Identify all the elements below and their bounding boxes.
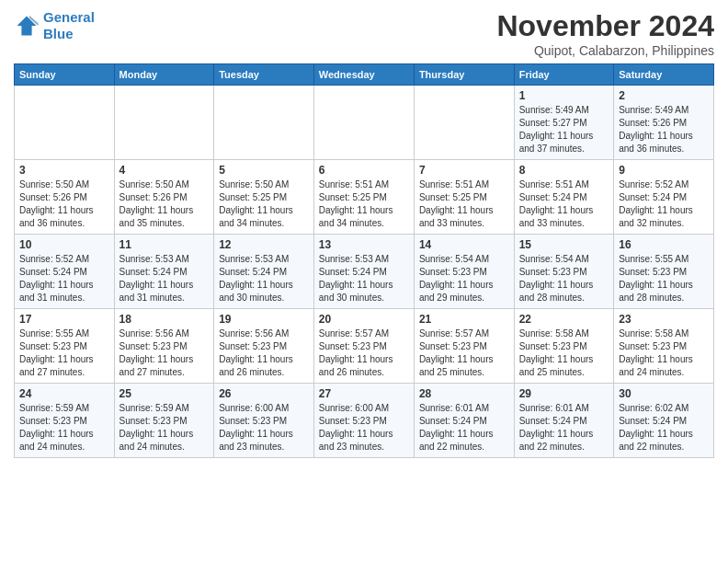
day-info: Sunrise: 5:52 AM Sunset: 5:24 PM Dayligh… (19, 253, 109, 304)
weekday-header-cell: Wednesday (313, 64, 414, 86)
day-info: Sunrise: 5:54 AM Sunset: 5:23 PM Dayligh… (519, 253, 609, 304)
calendar-day-cell: 15Sunrise: 5:54 AM Sunset: 5:23 PM Dayli… (514, 235, 614, 309)
day-info: Sunrise: 5:55 AM Sunset: 5:23 PM Dayligh… (19, 327, 109, 379)
calendar-day-cell (214, 86, 314, 160)
calendar-day-cell (114, 86, 214, 160)
day-number: 12 (219, 238, 309, 251)
calendar-day-cell: 24Sunrise: 5:59 AM Sunset: 5:23 PM Dayli… (15, 384, 115, 458)
day-number: 4 (119, 164, 210, 177)
day-info: Sunrise: 5:51 AM Sunset: 5:25 PM Dayligh… (419, 178, 509, 230)
day-number: 28 (419, 387, 509, 400)
day-number: 20 (319, 313, 409, 326)
calendar-day-cell (414, 86, 514, 160)
calendar-day-cell: 13Sunrise: 5:53 AM Sunset: 5:24 PM Dayli… (313, 235, 414, 309)
day-info: Sunrise: 5:59 AM Sunset: 5:23 PM Dayligh… (19, 402, 109, 454)
weekday-header-cell: Saturday (614, 64, 714, 86)
day-number: 11 (119, 238, 210, 251)
calendar-week-row: 10Sunrise: 5:52 AM Sunset: 5:24 PM Dayli… (15, 235, 714, 309)
day-number: 16 (619, 238, 709, 251)
day-number: 14 (419, 238, 509, 251)
day-number: 24 (19, 387, 109, 400)
day-number: 21 (419, 313, 509, 326)
day-info: Sunrise: 6:02 AM Sunset: 5:24 PM Dayligh… (619, 402, 709, 454)
calendar-day-cell: 5Sunrise: 5:50 AM Sunset: 5:25 PM Daylig… (214, 160, 314, 235)
day-info: Sunrise: 6:01 AM Sunset: 5:24 PM Dayligh… (419, 402, 509, 454)
calendar-day-cell: 30Sunrise: 6:02 AM Sunset: 5:24 PM Dayli… (614, 384, 714, 458)
day-number: 22 (519, 313, 609, 326)
calendar-day-cell: 21Sunrise: 5:57 AM Sunset: 5:23 PM Dayli… (414, 309, 514, 384)
day-info: Sunrise: 5:51 AM Sunset: 5:25 PM Dayligh… (319, 178, 409, 230)
calendar-week-row: 17Sunrise: 5:55 AM Sunset: 5:23 PM Dayli… (15, 309, 714, 384)
day-number: 1 (519, 89, 609, 102)
calendar-day-cell: 22Sunrise: 5:58 AM Sunset: 5:23 PM Dayli… (514, 309, 614, 384)
calendar-day-cell: 25Sunrise: 5:59 AM Sunset: 5:23 PM Dayli… (114, 384, 214, 458)
day-number: 3 (19, 164, 109, 177)
calendar-header: SundayMondayTuesdayWednesdayThursdayFrid… (15, 64, 714, 86)
calendar-day-cell: 1Sunrise: 5:49 AM Sunset: 5:27 PM Daylig… (514, 86, 614, 160)
calendar-day-cell: 9Sunrise: 5:52 AM Sunset: 5:24 PM Daylig… (614, 160, 714, 235)
day-number: 8 (519, 164, 609, 177)
day-info: Sunrise: 5:49 AM Sunset: 5:27 PM Dayligh… (519, 104, 609, 155)
calendar-day-cell: 12Sunrise: 5:53 AM Sunset: 5:24 PM Dayli… (214, 235, 314, 309)
day-number: 30 (619, 387, 709, 400)
calendar-day-cell: 17Sunrise: 5:55 AM Sunset: 5:23 PM Dayli… (15, 309, 115, 384)
calendar-day-cell: 8Sunrise: 5:51 AM Sunset: 5:24 PM Daylig… (514, 160, 614, 235)
day-info: Sunrise: 5:56 AM Sunset: 5:23 PM Dayligh… (219, 327, 309, 379)
day-number: 18 (119, 313, 210, 326)
calendar-day-cell: 18Sunrise: 5:56 AM Sunset: 5:23 PM Dayli… (114, 309, 214, 384)
calendar-body: 1Sunrise: 5:49 AM Sunset: 5:27 PM Daylig… (15, 86, 714, 458)
calendar-week-row: 3Sunrise: 5:50 AM Sunset: 5:26 PM Daylig… (15, 160, 714, 235)
logo: General Blue (14, 9, 95, 42)
page: General Blue November 2024 Quipot, Calab… (0, 0, 728, 467)
day-info: Sunrise: 5:51 AM Sunset: 5:24 PM Dayligh… (519, 178, 609, 230)
day-info: Sunrise: 6:01 AM Sunset: 5:24 PM Dayligh… (519, 402, 609, 454)
location-subtitle: Quipot, Calabarzon, Philippines (496, 43, 714, 58)
calendar-day-cell: 23Sunrise: 5:58 AM Sunset: 5:23 PM Dayli… (614, 309, 714, 384)
day-number: 29 (519, 387, 609, 400)
day-info: Sunrise: 5:56 AM Sunset: 5:23 PM Dayligh… (119, 327, 210, 379)
day-number: 5 (219, 164, 309, 177)
day-number: 19 (219, 313, 309, 326)
day-info: Sunrise: 5:57 AM Sunset: 5:23 PM Dayligh… (319, 327, 409, 379)
day-number: 10 (19, 238, 109, 251)
weekday-header-cell: Tuesday (214, 64, 314, 86)
day-info: Sunrise: 5:58 AM Sunset: 5:23 PM Dayligh… (619, 327, 709, 379)
day-info: Sunrise: 5:59 AM Sunset: 5:23 PM Dayligh… (119, 402, 210, 454)
day-number: 23 (619, 313, 709, 326)
calendar-day-cell: 29Sunrise: 6:01 AM Sunset: 5:24 PM Dayli… (514, 384, 614, 458)
day-info: Sunrise: 5:55 AM Sunset: 5:23 PM Dayligh… (619, 253, 709, 304)
day-info: Sunrise: 5:54 AM Sunset: 5:23 PM Dayligh… (419, 253, 509, 304)
calendar-day-cell (15, 86, 115, 160)
calendar-day-cell: 16Sunrise: 5:55 AM Sunset: 5:23 PM Dayli… (614, 235, 714, 309)
day-number: 6 (319, 164, 409, 177)
day-info: Sunrise: 5:52 AM Sunset: 5:24 PM Dayligh… (619, 178, 709, 230)
day-info: Sunrise: 5:53 AM Sunset: 5:24 PM Dayligh… (219, 253, 309, 304)
day-number: 26 (219, 387, 309, 400)
svg-marker-0 (17, 17, 37, 36)
day-info: Sunrise: 5:57 AM Sunset: 5:23 PM Dayligh… (419, 327, 509, 379)
day-number: 13 (319, 238, 409, 251)
day-number: 15 (519, 238, 609, 251)
header: General Blue November 2024 Quipot, Calab… (14, 9, 714, 58)
weekday-header-cell: Sunday (15, 64, 115, 86)
calendar-day-cell: 26Sunrise: 6:00 AM Sunset: 5:23 PM Dayli… (214, 384, 314, 458)
day-number: 27 (319, 387, 409, 400)
calendar-day-cell: 14Sunrise: 5:54 AM Sunset: 5:23 PM Dayli… (414, 235, 514, 309)
calendar-day-cell: 27Sunrise: 6:00 AM Sunset: 5:23 PM Dayli… (313, 384, 414, 458)
calendar-day-cell: 7Sunrise: 5:51 AM Sunset: 5:25 PM Daylig… (414, 160, 514, 235)
calendar-day-cell: 28Sunrise: 6:01 AM Sunset: 5:24 PM Dayli… (414, 384, 514, 458)
logo-icon (14, 13, 40, 39)
day-info: Sunrise: 5:49 AM Sunset: 5:26 PM Dayligh… (619, 104, 709, 155)
day-number: 17 (19, 313, 109, 326)
calendar-day-cell: 2Sunrise: 5:49 AM Sunset: 5:26 PM Daylig… (614, 86, 714, 160)
day-number: 25 (119, 387, 210, 400)
weekday-header-row: SundayMondayTuesdayWednesdayThursdayFrid… (15, 64, 714, 86)
calendar-day-cell: 11Sunrise: 5:53 AM Sunset: 5:24 PM Dayli… (114, 235, 214, 309)
calendar-table: SundayMondayTuesdayWednesdayThursdayFrid… (14, 63, 714, 458)
calendar-day-cell: 10Sunrise: 5:52 AM Sunset: 5:24 PM Dayli… (15, 235, 115, 309)
day-number: 2 (619, 89, 709, 102)
day-number: 9 (619, 164, 709, 177)
day-info: Sunrise: 5:50 AM Sunset: 5:25 PM Dayligh… (219, 178, 309, 230)
day-number: 7 (419, 164, 509, 177)
calendar-week-row: 1Sunrise: 5:49 AM Sunset: 5:27 PM Daylig… (15, 86, 714, 160)
